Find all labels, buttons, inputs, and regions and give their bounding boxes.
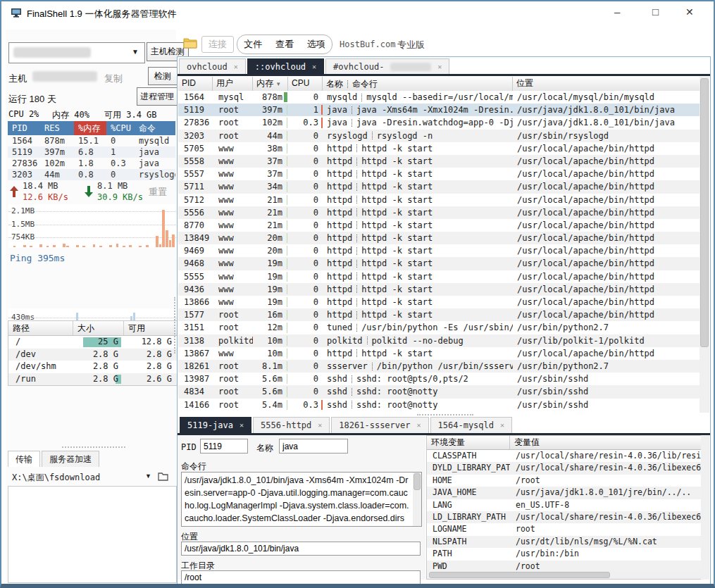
process-row[interactable]: 9468www19m0httpdhttpd -k start/usr/local…	[178, 257, 700, 270]
session-tab[interactable]: ::ovhcloud✕	[247, 58, 324, 75]
env-row[interactable]: HOME/root	[427, 475, 702, 487]
process-row[interactable]: 13849www20m0httpdhttpd -k start/usr/loca…	[178, 232, 700, 244]
close-button[interactable]: ✕	[685, 6, 694, 18]
cmd-box[interactable]: /usr/java/jdk1.8.0_101/bin/java -Xms64m …	[181, 472, 422, 527]
process-row[interactable]: 9436www19m0httpdhttpd -k start/usr/local…	[178, 283, 700, 296]
env-row[interactable]: LOGNAMEroot	[427, 523, 702, 535]
tab-close-icon[interactable]: ✕	[234, 59, 238, 75]
mini-table-row[interactable]: 1564878m15.10mysqld	[8, 135, 175, 146]
check-button[interactable]: 检测	[148, 67, 178, 85]
env-col-name[interactable]: 环境变量	[427, 436, 510, 449]
bottom-splitter-handle[interactable]	[417, 414, 473, 415]
col-user[interactable]: 用户	[213, 77, 253, 91]
env-row[interactable]: DYLD_LIBRARY_PATH/usr/local/share/resin-…	[427, 462, 702, 474]
tab-close-icon[interactable]: ✕	[500, 418, 504, 433]
hostbuf-link[interactable]: HostBuf.com	[340, 39, 395, 49]
combobox-arrow-icon[interactable]: ▼	[132, 48, 139, 56]
mini-table-row[interactable]: 5119397m6.81java	[8, 146, 175, 158]
menu-item-文件[interactable]: 文件	[244, 38, 262, 51]
session-tab[interactable]: ovhcloud✕	[179, 58, 246, 75]
location-field[interactable]	[181, 542, 421, 556]
pid-field[interactable]	[200, 439, 248, 453]
env-row[interactable]: LD_LIBRARY_PATH/usr/local/share/resin-4.…	[427, 511, 702, 523]
download-path-bar[interactable]: X:\桌面\fsdownload ▼	[8, 469, 175, 484]
env-vscrollbar[interactable]	[701, 435, 709, 580]
process-row[interactable]: 9469www20m0httpdhttpd -k start/usr/local…	[178, 244, 700, 257]
process-row[interactable]: 3203root44m0rsyslogdrsyslogd -n/usr/sbin…	[178, 130, 700, 142]
panel-splitter-handle[interactable]	[174, 297, 175, 354]
disk-row[interactable]: /dev/shm2.8 G2.8 G	[8, 361, 178, 373]
open-folder-icon[interactable]	[158, 472, 168, 481]
menu-item-选项[interactable]: 选项	[307, 38, 325, 51]
env-row[interactable]: NLSPATH/usr/dt/lib/nls/msg/%L/%N.cat	[427, 536, 702, 548]
detail-tab-18261-ssserver[interactable]: 18261-ssserver✕	[331, 417, 428, 433]
sidebar-splitter-handle[interactable]	[62, 446, 125, 448]
process-row[interactable]: 8770www21m0httpdhttpd -k start/usr/local…	[178, 219, 700, 232]
process-row[interactable]: 5705www38m0httpdhttpd -k start/usr/local…	[178, 142, 700, 155]
process-row[interactable]: 5555www19m0httpdhttpd -k start/usr/local…	[178, 270, 700, 283]
process-row[interactable]: 13987root5.6m0sshdsshd: root@pts/0,pts/2…	[178, 373, 700, 385]
menu-item-查看[interactable]: 查看	[275, 38, 294, 51]
tab-close-icon[interactable]: ✕	[312, 59, 316, 75]
detail-tab-1564-mysqld[interactable]: 1564-mysqld✕	[430, 417, 513, 433]
disk-row[interactable]: /run2.8 G2.6 G	[8, 373, 178, 386]
col-pid[interactable]: PID	[178, 77, 213, 91]
download-path[interactable]: X:\桌面\fsdownload	[12, 472, 100, 484]
detail-tab-5556-httpd[interactable]: 5556-httpd✕	[253, 417, 330, 433]
env-col-value[interactable]: 变量值	[510, 436, 702, 449]
mini-table-row[interactable]: 320344m0.80rsyslogd	[8, 169, 175, 180]
disk-row[interactable]: /25 G12.8 G	[8, 336, 178, 349]
process-row[interactable]: 1577root16m0httpdhttpd -k start/usr/loca…	[178, 308, 700, 321]
session-tab[interactable]: #ovhcloud-✕	[325, 58, 449, 75]
env-row[interactable]: JAVA_HOME/usr/java/jdk1.8.0_101/jre/bin/…	[427, 487, 702, 499]
transfer-tab-服务器加速[interactable]: 服务器加速	[42, 451, 99, 467]
tab-close-icon[interactable]: ✕	[318, 418, 322, 433]
mini-table-row[interactable]: 27836102m1.80.3java	[8, 158, 175, 169]
process-row[interactable]: 5557www37m0httpdhttpd -k start/usr/local…	[178, 168, 700, 180]
detail-tab-5119-java[interactable]: 5119-java✕	[180, 417, 251, 433]
name-field[interactable]	[279, 439, 348, 453]
transfer-list-area[interactable]	[8, 486, 177, 583]
host-combobox[interactable]: ▼	[8, 42, 145, 63]
process-row[interactable]: 5119root397m1javajava -Xms64m -Xmx1024m …	[178, 104, 700, 116]
env-row[interactable]: PATH/usr/bin:/bin	[427, 548, 702, 560]
process-row[interactable]: 3138polkitd10m0polkitdpolkitd --no-debug…	[178, 334, 700, 347]
folder-icon[interactable]	[183, 37, 197, 49]
tab-close-icon[interactable]: ✕	[437, 59, 442, 75]
process-row[interactable]: 5712www21m0httpdhttpd -k start/usr/local…	[178, 194, 700, 206]
disk-row[interactable]: /dev2.8 G2.8 G	[8, 349, 178, 361]
process-row[interactable]: 14166root5.4m0.3sshdsshd: root@notty/usr…	[178, 399, 700, 411]
process-row[interactable]: 3151root12m0tuned/usr/bin/python -Es /us…	[178, 321, 700, 334]
process-row[interactable]: 27836root102m0.3javajava -Dresin.watchdo…	[178, 116, 700, 129]
pro-version-link[interactable]: 专业版	[397, 39, 425, 51]
tab-close-icon[interactable]: ✕	[240, 418, 244, 433]
col-cpu[interactable]: CPU	[288, 77, 323, 91]
tab-close-icon[interactable]: ✕	[417, 418, 421, 433]
process-row[interactable]: 5711www34m0httpdhttpd -k start/usr/local…	[178, 180, 700, 193]
col-mem[interactable]: 内存 ▼	[253, 77, 288, 91]
maximize-button[interactable]: □	[652, 6, 659, 18]
connect-button[interactable]: 连接	[201, 36, 234, 53]
col-name-cmd[interactable]: 名称命令行	[323, 77, 513, 91]
vscroll-thumb[interactable]	[700, 78, 709, 347]
col-location[interactable]: 位置	[513, 77, 700, 91]
process-row[interactable]: 5558www37m0httpdhttpd -k start/usr/local…	[178, 155, 700, 168]
minimize-button[interactable]: –	[614, 6, 620, 18]
process-row[interactable]: 13867www10m0httpdhttpd -k start/usr/loca…	[178, 347, 700, 360]
cwd-field[interactable]	[181, 570, 421, 584]
process-row[interactable]: 13866www19m0httpdhttpd -k start/usr/loca…	[178, 296, 700, 308]
path-dropdown-icon[interactable]: ▼	[145, 473, 151, 480]
process-row[interactable]: 4834root5.6m0sshdsshd: root@notty/usr/sb…	[178, 385, 700, 398]
env-hscrollbar[interactable]	[427, 571, 702, 579]
env-row[interactable]: CLASSPATH/usr/local/share/resin-4.0.36/l…	[427, 450, 702, 462]
process-row[interactable]: 18261root8.1m0ssserver/bin/python /usr/b…	[178, 360, 700, 373]
process-manager-button[interactable]: 进程管理	[137, 87, 178, 106]
copy-link[interactable]: 复制	[104, 73, 123, 85]
transfer-tab-传输[interactable]: 传输	[8, 451, 40, 467]
reset-button[interactable]: 重置	[149, 186, 167, 199]
env-row[interactable]: LANGen_US.UTF-8	[427, 499, 702, 511]
cmd-vscrollbar[interactable]	[413, 473, 421, 526]
process-table-vscrollbar[interactable]	[700, 77, 709, 413]
process-row[interactable]: 1564mysql878m0mysqldmysqld --basedir=/us…	[178, 91, 700, 104]
process-row[interactable]: 5556www21m0httpdhttpd -k start/usr/local…	[178, 206, 700, 219]
